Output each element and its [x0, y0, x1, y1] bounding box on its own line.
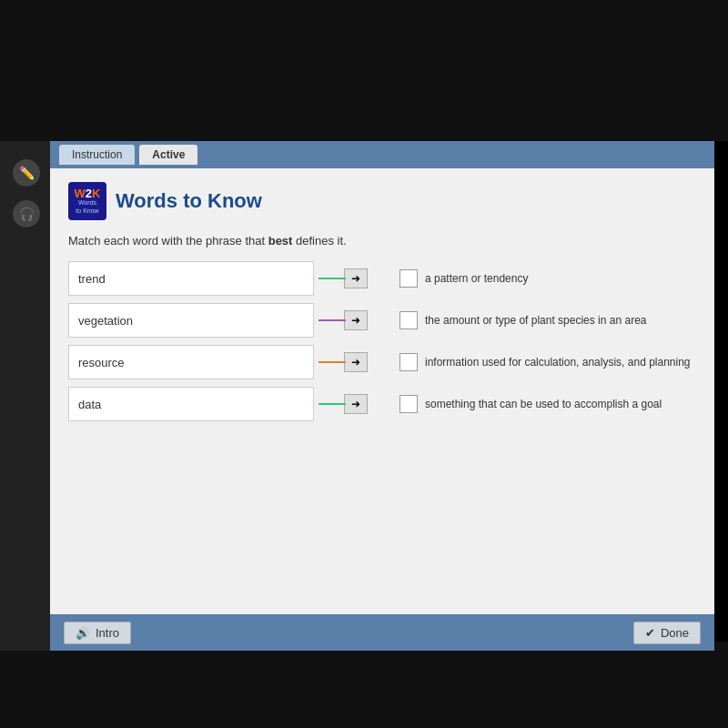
arrow-btn-trend[interactable]: ➜ — [344, 268, 368, 288]
pencil-icon: ✏️ — [13, 159, 40, 187]
connector-line-vegetation — [318, 319, 346, 321]
word-box-vegetation: vegetation — [68, 303, 314, 338]
word-label-resource: resource — [78, 356, 125, 369]
intro-button[interactable]: 🔊 Intro — [64, 622, 131, 644]
content-area: W2K Wordsto Know Words to Know Match eac… — [50, 168, 714, 614]
def-checkbox-3[interactable] — [399, 353, 418, 371]
instruction-prefix: Match each word with the phrase that — [68, 234, 268, 248]
w2k-logo: W2K Wordsto Know — [68, 182, 106, 220]
logo-subtitle: Wordsto Know — [76, 199, 98, 215]
def-checkbox-2[interactable] — [399, 311, 418, 329]
definition-row-3: information used for calculation, analys… — [399, 345, 696, 379]
def-text-3: information used for calculation, analys… — [425, 355, 696, 370]
screen-area: Instruction Active W2K Wordsto Know Word… — [50, 141, 714, 651]
left-bezel: ✏️ 🎧 — [0, 141, 53, 651]
definition-row-4: something that can be used to accomplish… — [399, 387, 696, 421]
instruction-suffix: defines it. — [292, 234, 346, 248]
tab-active[interactable]: Active — [139, 145, 197, 165]
tab-bar: Instruction Active — [50, 141, 714, 168]
page-title: Words to Know — [116, 189, 262, 213]
def-checkbox-1[interactable] — [399, 269, 418, 288]
word-box-data: data — [68, 387, 314, 421]
word-box-trend: trend — [68, 261, 314, 296]
speaker-icon: 🔊 — [76, 626, 90, 640]
arrow-btn-resource[interactable]: ➜ — [344, 352, 368, 372]
word-label-vegetation: vegetation — [78, 314, 133, 328]
def-text-4: something that can be used to accomplish… — [425, 397, 696, 412]
bottom-bar: 🔊 Intro ✔ Done — [50, 614, 714, 651]
tab-instruction[interactable]: Instruction — [59, 145, 135, 165]
words-column: trend vegetation resource data — [68, 261, 314, 421]
done-button[interactable]: ✔ Done — [633, 622, 701, 644]
arrow-wrapper-data: ➜ — [318, 387, 368, 421]
word-box-resource: resource — [68, 345, 314, 379]
connector-line-trend — [318, 278, 346, 279]
arrow-wrapper-trend: ➜ — [318, 261, 368, 296]
matching-container: trend vegetation resource data ➜ — [68, 261, 696, 421]
connector-line-resource — [318, 361, 346, 363]
def-text-1: a pattern or tendency — [425, 271, 696, 287]
checkmark-icon: ✔ — [645, 626, 655, 640]
definitions-column: a pattern or tendency the amount or type… — [399, 261, 696, 421]
word-label-trend: trend — [78, 272, 106, 286]
arrow-btn-vegetation[interactable]: ➜ — [344, 310, 368, 330]
headphone-icon: 🎧 — [13, 200, 40, 228]
arrow-wrapper-resource: ➜ — [318, 345, 368, 379]
instruction-text: Match each word with the phrase that bes… — [68, 234, 696, 248]
intro-label: Intro — [96, 626, 119, 640]
arrow-btn-data[interactable]: ➜ — [344, 394, 368, 414]
def-checkbox-4[interactable] — [399, 395, 418, 413]
connector-line-data — [318, 403, 346, 405]
instruction-bold: best — [268, 234, 293, 248]
logo-text: W2K — [75, 187, 101, 199]
done-label: Done — [661, 626, 689, 640]
word-label-data: data — [78, 398, 101, 411]
def-text-2: the amount or type of plant species in a… — [425, 313, 696, 329]
definition-row-1: a pattern or tendency — [399, 261, 696, 296]
definition-row-2: the amount or type of plant species in a… — [399, 303, 696, 338]
arrow-connector-column: ➜ ➜ ➜ ➜ — [314, 261, 372, 421]
arrow-wrapper-vegetation: ➜ — [318, 303, 368, 338]
page-header: W2K Wordsto Know Words to Know — [68, 182, 696, 220]
